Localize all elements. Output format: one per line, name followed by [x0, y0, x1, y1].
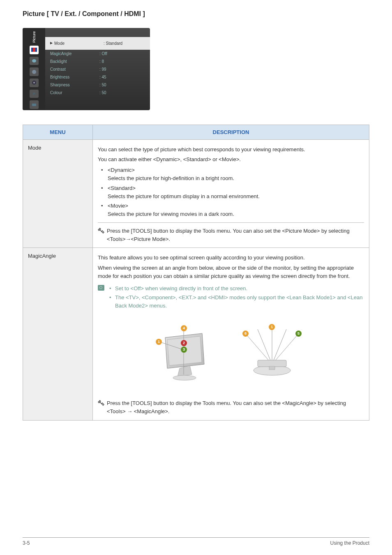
mode-intro-1: You can select the type of picture which… — [98, 146, 364, 154]
tools-icon — [98, 228, 104, 234]
osd-row: Sharpness : 50 — [45, 81, 150, 89]
mode-option-title: <Dynamic> — [108, 167, 135, 173]
osd-tab-icon — [30, 79, 39, 87]
note-item: Set to <Off> when viewing directly in fr… — [108, 284, 364, 293]
osd-row: MagicAngle : Off — [45, 50, 150, 58]
osd-tab-icon — [30, 67, 39, 76]
osd-row-value: : 45 — [99, 75, 106, 79]
svg-line-18 — [272, 333, 299, 364]
svg-point-5 — [33, 82, 35, 83]
table-header-description: DESCRIPTION — [93, 125, 369, 140]
svg-rect-6 — [32, 104, 36, 106]
list-item: <Dynamic> Selects the picture for high-d… — [100, 166, 364, 183]
play-marker-icon: ▶ — [50, 41, 53, 46]
osd-row-value: : 99 — [99, 67, 106, 72]
osd-row-label: Mode — [54, 41, 104, 46]
diagram-monitor-front — [155, 325, 212, 383]
menu-cell-mode: Mode — [23, 140, 93, 248]
mode-option-title: <Movie> — [108, 203, 128, 209]
osd-row-value: : 8 — [99, 59, 104, 64]
osd-screenshot: Picture ▶ Mode : Standard MagicAngle : O… — [23, 28, 150, 110]
magic-p1: This feature allows you to see optimal s… — [98, 254, 364, 262]
svg-point-3 — [32, 70, 36, 74]
mode-option-desc: Selects the picture for high-definition … — [108, 175, 234, 181]
osd-row-label: Brightness — [50, 75, 99, 79]
svg-point-2 — [32, 59, 36, 62]
page-footer: 3-5 Using the Product — [23, 537, 369, 546]
note-item: The <TV>, <Component>, <EXT.> and <HDMI>… — [108, 294, 364, 310]
note-icon — [98, 285, 104, 291]
osd-tab-picture-icon — [30, 46, 39, 54]
osd-content: ▶ Mode : Standard MagicAngle : Off Backl… — [45, 28, 150, 110]
mode-intro-2: You can activate either <Dynamic>, <Stan… — [98, 155, 364, 164]
magicangle-diagram: 4 1 2 3 — [98, 319, 364, 389]
osd-row: Brightness : 45 — [45, 73, 150, 81]
mode-option-desc: Selects the picture for viewing movies i… — [108, 211, 234, 217]
desc-cell-magicangle: This feature allows you to see optimal s… — [93, 248, 369, 420]
tools-note: Press the [TOOLS] button to display the … — [98, 227, 364, 243]
tools-icon — [98, 400, 104, 407]
footer-right: Using the Product — [330, 540, 369, 546]
osd-tab-icon — [30, 100, 39, 109]
osd-sidebar-label: Picture — [32, 31, 36, 43]
tools-note-text: Press the [TOOLS] button to display the … — [107, 227, 364, 243]
osd-row-label: Sharpness — [50, 83, 99, 87]
osd-row-mode: ▶ Mode : Standard — [45, 37, 150, 50]
osd-row-label: Contrast — [50, 67, 99, 72]
osd-tab-icon — [30, 90, 39, 98]
svg-point-10 — [173, 375, 196, 380]
osd-row: Contrast : 99 — [45, 65, 150, 73]
tools-note: Press the [TOOLS] button to display the … — [98, 399, 364, 416]
tools-note-text: Press the [TOOLS] button to display the … — [107, 399, 364, 416]
description-table: MENU DESCRIPTION Mode You can select the… — [23, 125, 369, 421]
footer-left: 3-5 — [23, 540, 30, 546]
mode-option-list: <Dynamic> Selects the picture for high-d… — [98, 166, 364, 218]
osd-row-value: : 50 — [99, 90, 106, 95]
osd-row-label: Backlight — [50, 59, 99, 64]
svg-rect-20 — [258, 360, 286, 367]
mode-option-title: <Standard> — [108, 185, 136, 191]
svg-line-14 — [245, 333, 272, 364]
osd-row-value: : Off — [99, 51, 107, 56]
desc-cell-mode: You can select the type of picture which… — [93, 140, 369, 248]
magic-p2: When viewing the screen at an angle from… — [98, 264, 364, 280]
svg-line-15 — [258, 329, 272, 364]
osd-row-label: Colour — [50, 90, 99, 95]
note-block: Set to <Off> when viewing directly in fr… — [98, 284, 364, 311]
osd-row: Backlight : 8 — [45, 58, 150, 65]
osd-row: Colour : 50 — [45, 89, 150, 97]
page-title: Picture [ TV / Ext. / Component / HDMI ] — [23, 10, 369, 18]
table-header-menu: MENU — [23, 125, 93, 140]
osd-row-value: : Standard — [104, 41, 122, 46]
list-item: <Standard> Selects the picture for optim… — [100, 184, 364, 201]
osd-row-value: : 50 — [99, 83, 106, 87]
menu-cell-magicangle: MagicAngle — [23, 248, 93, 420]
list-item: <Movie> Selects the picture for viewing … — [100, 202, 364, 218]
note-list: Set to <Off> when viewing directly in fr… — [108, 284, 364, 311]
mode-option-desc: Selects the picture for optimum display … — [108, 193, 260, 199]
osd-row-label: MagicAngle — [50, 51, 99, 56]
osd-sidebar: Picture — [23, 28, 45, 110]
osd-tab-icon — [30, 57, 39, 65]
svg-rect-1 — [33, 48, 35, 52]
svg-line-17 — [272, 329, 286, 364]
svg-rect-21 — [269, 366, 275, 370]
